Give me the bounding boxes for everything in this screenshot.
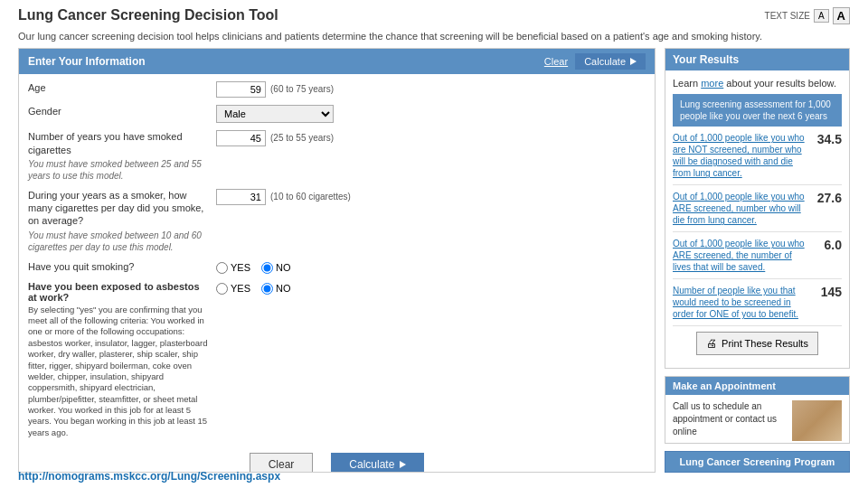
age-control: (60 to 75 years) [216, 81, 646, 98]
result-row-4: Number of people like you that would nee… [673, 285, 842, 326]
cigarettes-label: During your years as a smoker, how many … [28, 189, 209, 253]
right-panel: Your Results Learn more about your resul… [665, 48, 850, 473]
quit-smoking-control: YES NO [216, 260, 646, 274]
smoking-years-control: (25 to 55 years) [216, 130, 646, 146]
learn-more-link[interactable]: more [701, 78, 723, 89]
asbestos-radio-group: YES NO [216, 283, 291, 295]
form-header-label: Enter Your Information [28, 55, 146, 68]
quit-smoking-radio-group: YES NO [216, 262, 291, 274]
result-value-4: 145 [813, 285, 842, 299]
result-text-4[interactable]: Number of people like you that would nee… [673, 285, 809, 320]
footer-url: http://nomograms.mskcc.org/Lung/Screenin… [18, 470, 280, 483]
contact-link[interactable]: Contact Us ▸ [673, 442, 787, 444]
asbestos-row: Have you been exposed to asbestos at wor… [28, 281, 646, 438]
appointment-content: Call us to schedule an appointment or co… [673, 400, 787, 444]
asbestos-description: By selecting "yes" you are confirming th… [28, 305, 209, 438]
calculate-btn-bottom[interactable]: Calculate [331, 453, 424, 472]
results-box: Your Results Learn more about your resul… [665, 48, 850, 369]
text-size-large-btn[interactable]: A [833, 7, 850, 24]
results-learn-text: Learn more about your results below. [673, 78, 842, 89]
result-value-3: 6.0 [813, 238, 842, 252]
asbestos-yes-radio[interactable] [216, 283, 228, 295]
smoking-years-row: Number of years you have smoked cigarett… [28, 130, 646, 182]
appointment-text: Call us to schedule an appointment or co… [673, 400, 787, 438]
appointment-body: Call us to schedule an appointment or co… [665, 395, 849, 444]
form-body: Age (60 to 75 years) Gender Male Female [19, 74, 655, 472]
gender-label: Gender [28, 105, 209, 117]
text-size-small-btn[interactable]: A [814, 9, 829, 23]
page-title: Lung Cancer Screening Decision Tool [18, 7, 278, 23]
result-row-1: Out of 1,000 people like you who are NOT… [673, 132, 842, 185]
smoking-years-label: Number of years you have smoked cigarett… [28, 130, 209, 182]
age-row: Age (60 to 75 years) [28, 81, 646, 98]
form-bottom-actions: Clear Calculate [28, 446, 646, 472]
age-hint: (60 to 75 years) [270, 84, 334, 94]
quit-yes-option[interactable]: YES [216, 262, 250, 274]
quit-smoking-row: Have you quit smoking? YES NO [28, 260, 646, 274]
cigarettes-input[interactable] [216, 189, 266, 205]
smoking-years-hint: (25 to 55 years) [270, 133, 334, 143]
appointment-box: Make an Appointment Call us to schedule … [665, 376, 850, 444]
quit-no-option[interactable]: NO [261, 262, 291, 274]
gender-control: Male Female [216, 105, 646, 123]
header-actions: Clear Calculate [544, 53, 646, 70]
clear-link-top[interactable]: Clear [544, 56, 568, 67]
gender-select[interactable]: Male Female [216, 105, 334, 123]
result-value-1: 34.5 [813, 132, 842, 146]
quit-yes-radio[interactable] [216, 262, 228, 274]
results-body: Learn more about your results below. Lun… [665, 70, 849, 368]
calculate-top-arrow-icon [630, 58, 637, 65]
cigarettes-control: (10 to 60 cigarettes) [216, 189, 646, 205]
results-banner: Lung screening assessment for 1,000 peop… [673, 94, 842, 127]
appointment-header: Make an Appointment [665, 377, 849, 395]
print-btn[interactable]: 🖨 Print These Results [696, 332, 818, 355]
left-panel: Enter Your Information Clear Calculate A… [18, 48, 656, 473]
gender-row: Gender Male Female [28, 105, 646, 123]
appointment-photo [792, 400, 842, 441]
result-row-3: Out of 1,000 people like you who ARE scr… [673, 238, 842, 279]
quit-smoking-label: Have you quit smoking? [28, 260, 209, 273]
lung-program-banner: Lung Cancer Screening Program [665, 451, 850, 473]
asbestos-no-option[interactable]: NO [261, 283, 291, 295]
smoking-years-input[interactable] [216, 130, 266, 146]
result-row-2: Out of 1,000 people like you who ARE scr… [673, 191, 842, 232]
age-label: Age [28, 81, 209, 94]
asbestos-title: Have you been exposed to asbestos at wor… [28, 281, 209, 303]
printer-icon: 🖨 [706, 337, 717, 350]
results-header: Your Results [665, 49, 849, 70]
age-input[interactable] [216, 81, 266, 98]
appointment-image [792, 400, 842, 441]
cigarettes-hint: (10 to 60 cigarettes) [270, 192, 351, 202]
asbestos-yes-option[interactable]: YES [216, 283, 250, 295]
result-text-2[interactable]: Out of 1,000 people like you who ARE scr… [673, 191, 809, 226]
result-value-2: 27.6 [813, 191, 842, 205]
page-subtitle: Our lung cancer screening decision tool … [0, 28, 868, 48]
asbestos-label-section: Have you been exposed to asbestos at wor… [28, 281, 209, 438]
form-header: Enter Your Information Clear Calculate [19, 49, 655, 74]
text-size-label: TEXT SIZE [765, 11, 810, 21]
asbestos-control: YES NO [216, 281, 646, 295]
result-text-1[interactable]: Out of 1,000 people like you who are NOT… [673, 132, 809, 179]
calculate-btn-top[interactable]: Calculate [575, 53, 646, 70]
quit-no-radio[interactable] [261, 262, 273, 274]
text-size-controls: TEXT SIZE A A [765, 7, 850, 24]
calculate-bottom-arrow-icon [400, 461, 406, 468]
result-text-3[interactable]: Out of 1,000 people like you who ARE scr… [673, 238, 809, 273]
asbestos-no-radio[interactable] [261, 283, 273, 295]
cigarettes-row: During your years as a smoker, how many … [28, 189, 646, 253]
